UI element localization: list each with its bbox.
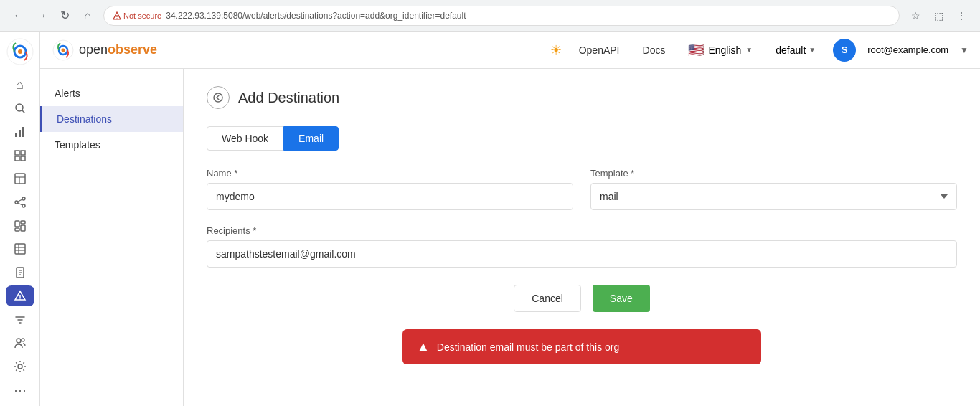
recipients-group: Recipients * bbox=[207, 225, 957, 268]
svg-point-17 bbox=[22, 204, 25, 207]
not-secure-badge: Not secure bbox=[113, 11, 161, 20]
destinations-nav[interactable]: Destinations bbox=[40, 106, 183, 132]
svg-point-35 bbox=[22, 339, 24, 341]
openapi-button[interactable]: OpenAPI bbox=[573, 42, 626, 59]
org-text: default bbox=[776, 44, 806, 56]
lang-chevron-icon: ▼ bbox=[745, 46, 753, 54]
svg-rect-23 bbox=[15, 228, 19, 231]
user-avatar[interactable]: S bbox=[833, 39, 856, 62]
destination-form: Name * Template * mail bbox=[207, 168, 957, 364]
address-bar[interactable]: Not secure 34.222.93.139:5080/web/alerts… bbox=[103, 6, 900, 26]
sidebar-filter-icon[interactable] bbox=[6, 309, 34, 330]
page-content: Alerts Destinations Templates Add Destin… bbox=[40, 69, 980, 406]
error-message: Destination email must be part of this o… bbox=[437, 341, 619, 353]
docs-button[interactable]: Docs bbox=[637, 42, 672, 59]
cancel-button[interactable]: Cancel bbox=[514, 285, 581, 312]
svg-rect-7 bbox=[22, 127, 24, 137]
theme-toggle-icon[interactable]: ☀ bbox=[550, 42, 562, 58]
page-header: Add Destination bbox=[207, 86, 957, 109]
logo-sidebar bbox=[6, 37, 34, 66]
svg-rect-21 bbox=[21, 221, 25, 224]
template-select-wrapper: mail bbox=[590, 183, 957, 210]
content-area: Add Destination Web Hook Email Name * bbox=[184, 69, 980, 406]
sidebar: ⌂ bbox=[0, 32, 40, 406]
app-container: ⌂ bbox=[0, 32, 980, 406]
sidebar-more-icon[interactable]: ⋯ bbox=[6, 379, 34, 400]
browser-nav-buttons: ← → ↻ ⌂ bbox=[9, 6, 98, 26]
svg-point-39 bbox=[62, 48, 65, 52]
sidebar-home-icon[interactable]: ⌂ bbox=[6, 75, 34, 95]
name-group: Name * bbox=[207, 168, 573, 210]
sidebar-search-icon[interactable] bbox=[6, 98, 34, 119]
error-banner: ▲ Destination email must be part of this… bbox=[402, 329, 761, 364]
browser-chrome: ← → ↻ ⌂ Not secure 34.222.93.139:5080/we… bbox=[0, 0, 980, 32]
svg-rect-5 bbox=[15, 133, 17, 137]
sidebar-table-icon[interactable] bbox=[6, 239, 34, 260]
sidebar-dashboard-icon[interactable] bbox=[6, 215, 34, 236]
svg-point-34 bbox=[17, 339, 21, 343]
logo-svg bbox=[52, 39, 75, 62]
bookmark-button[interactable]: ☆ bbox=[905, 6, 925, 26]
action-buttons: Cancel Save bbox=[207, 285, 957, 312]
save-button[interactable]: Save bbox=[593, 285, 650, 312]
sidebar-share-icon[interactable] bbox=[6, 192, 34, 213]
sidebar-grid-icon[interactable] bbox=[6, 145, 34, 166]
org-selector[interactable]: default ▼ bbox=[770, 42, 821, 59]
email-tab[interactable]: Email bbox=[283, 126, 339, 151]
alerts-nav[interactable]: Alerts bbox=[40, 80, 183, 106]
sidebar-users-icon[interactable] bbox=[6, 333, 34, 354]
back-nav-button[interactable]: ← bbox=[9, 6, 29, 26]
back-button[interactable] bbox=[207, 86, 230, 109]
name-input[interactable] bbox=[207, 183, 573, 210]
page-title: Add Destination bbox=[238, 90, 339, 106]
home-nav-button[interactable]: ⌂ bbox=[77, 6, 98, 26]
svg-line-18 bbox=[18, 199, 22, 202]
url-text: 34.222.93.139:5080/web/alerts/destinatio… bbox=[166, 11, 466, 21]
name-label: Name * bbox=[207, 168, 573, 179]
svg-point-16 bbox=[15, 201, 18, 204]
top-nav: openobserve ☀ OpenAPI Docs 🇺🇸 English ▼ … bbox=[40, 32, 980, 69]
left-panel: Alerts Destinations Templates bbox=[40, 69, 184, 406]
reload-button[interactable]: ↻ bbox=[55, 6, 75, 26]
logo-area: openobserve bbox=[52, 39, 157, 62]
svg-point-0 bbox=[117, 18, 118, 19]
tab-group: Web Hook Email bbox=[207, 126, 957, 151]
language-selector[interactable]: 🇺🇸 English ▼ bbox=[682, 39, 758, 61]
svg-rect-22 bbox=[21, 225, 25, 231]
svg-rect-10 bbox=[15, 156, 19, 161]
sidebar-alert-icon[interactable] bbox=[6, 285, 34, 306]
user-dropdown-icon[interactable]: ▼ bbox=[960, 45, 969, 55]
recipients-input[interactable] bbox=[207, 240, 957, 268]
svg-point-40 bbox=[214, 93, 222, 102]
svg-point-33 bbox=[19, 298, 21, 300]
svg-point-3 bbox=[18, 49, 22, 54]
sidebar-report-icon[interactable] bbox=[6, 263, 34, 283]
svg-rect-6 bbox=[19, 130, 21, 137]
svg-rect-9 bbox=[21, 151, 25, 155]
svg-rect-20 bbox=[15, 221, 19, 227]
template-group: Template * mail bbox=[590, 168, 957, 210]
logo-text: openobserve bbox=[79, 42, 157, 57]
menu-button[interactable]: ⋮ bbox=[951, 6, 971, 26]
svg-rect-12 bbox=[15, 174, 25, 184]
svg-point-15 bbox=[22, 197, 25, 200]
browser-action-buttons: ☆ ⬚ ⋮ bbox=[905, 6, 971, 26]
template-label: Template * bbox=[590, 168, 957, 179]
user-email: root@example.com bbox=[867, 44, 948, 55]
svg-rect-24 bbox=[15, 244, 25, 254]
sidebar-layout-icon[interactable] bbox=[6, 169, 34, 189]
templates-nav[interactable]: Templates bbox=[40, 132, 183, 158]
sidebar-chart-icon[interactable] bbox=[6, 121, 34, 142]
extension-button[interactable]: ⬚ bbox=[928, 6, 948, 26]
flag-icon: 🇺🇸 bbox=[688, 42, 704, 58]
template-select[interactable]: mail bbox=[590, 183, 957, 210]
forward-nav-button[interactable]: → bbox=[32, 6, 52, 26]
recipients-label: Recipients * bbox=[207, 225, 256, 236]
svg-rect-8 bbox=[15, 151, 19, 155]
webhook-tab[interactable]: Web Hook bbox=[207, 126, 283, 151]
svg-point-36 bbox=[18, 364, 22, 369]
sidebar-settings-icon[interactable] bbox=[6, 357, 34, 377]
error-icon: ▲ bbox=[417, 339, 430, 354]
form-row-name-template: Name * Template * mail bbox=[207, 168, 957, 210]
language-text: English bbox=[708, 44, 741, 56]
